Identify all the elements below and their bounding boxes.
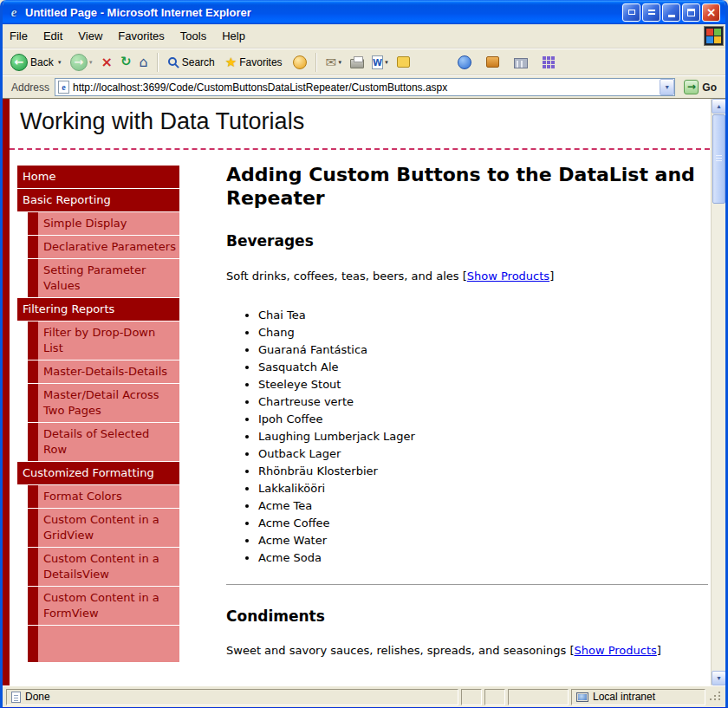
- menu-item-help[interactable]: Help: [222, 29, 245, 42]
- standard-buttons-toolbar: ← Back ▼ → ▼ × ↻ ⌂ Search ★ Favorites ✉ …: [3, 49, 725, 75]
- menu-item-favorites[interactable]: Favorites: [118, 29, 164, 42]
- vertical-scrollbar[interactable]: ▲ ▼: [711, 99, 725, 685]
- back-dropdown-icon: ▼: [57, 60, 62, 65]
- sidebar-item-home[interactable]: Home: [17, 166, 179, 188]
- ie-logo-icon: e: [7, 5, 21, 19]
- product-item: Steeleye Stout: [258, 376, 708, 393]
- sidebar-item-declarative-parameters[interactable]: Declarative Parameters: [28, 236, 179, 258]
- maximize-icon: [687, 9, 695, 16]
- sidebar-item-format-colors[interactable]: Format Colors: [28, 485, 179, 508]
- sidebar-item-simple-display[interactable]: Simple Display: [28, 212, 179, 235]
- show-products-link-condiments[interactable]: Show Products: [574, 644, 656, 657]
- product-item: Ipoh Coffee: [258, 411, 708, 428]
- minimize-button[interactable]: [662, 3, 680, 22]
- browser-window: e Untitled Page - Microsoft Internet Exp…: [0, 0, 728, 708]
- forward-button[interactable]: → ▼: [68, 52, 96, 73]
- product-item: Acme Tea: [258, 497, 708, 515]
- messenger-button[interactable]: [455, 54, 474, 71]
- scroll-down-icon: ▼: [716, 675, 722, 681]
- extra-tool-button-1[interactable]: [484, 55, 502, 69]
- titlebar-extra-button-1[interactable]: [622, 3, 640, 22]
- go-arrow-icon: →: [684, 80, 699, 94]
- product-item: Rhönbräu Klosterbier: [258, 463, 708, 480]
- sidebar-section-filtering-reports[interactable]: Filtering Reports: [17, 298, 179, 321]
- edit-with-word-button[interactable]: W ▼: [369, 54, 392, 71]
- product-item: Sasquatch Ale: [258, 359, 708, 376]
- status-pane-empty-1: [461, 689, 482, 705]
- product-item: Chartreuse verte: [258, 393, 708, 411]
- scroll-down-button[interactable]: ▼: [712, 671, 725, 685]
- menu-item-file[interactable]: File: [10, 29, 28, 42]
- forward-dropdown-icon: ▼: [88, 60, 94, 65]
- extra-tool-button-2[interactable]: [540, 55, 557, 70]
- go-button[interactable]: → Go: [680, 79, 722, 95]
- address-dropdown-button[interactable]: ▼: [660, 79, 674, 95]
- product-item: Lakkalikööri: [258, 480, 708, 497]
- back-button[interactable]: ← Back ▼: [8, 52, 65, 73]
- home-button[interactable]: ⌂: [137, 54, 151, 71]
- sidebar-item-partially-visible[interactable]: [28, 626, 179, 662]
- stop-button[interactable]: ×: [99, 54, 115, 71]
- window-resize-grip[interactable]: [708, 689, 722, 705]
- product-item: Chang: [258, 324, 708, 341]
- menu-bar: File Edit View Favorites Tools Help: [3, 24, 725, 49]
- refresh-button[interactable]: ↻: [118, 54, 134, 70]
- status-message-pane: Done: [6, 689, 458, 705]
- sidebar-item-filter-by-dropdown-list[interactable]: Filter by Drop-Down List: [28, 322, 179, 360]
- product-item: Guaraná Fantástica: [258, 341, 708, 359]
- product-item: Chai Tea: [258, 307, 708, 324]
- sidebar-item-custom-content-gridview[interactable]: Custom Content in a GridView: [28, 509, 179, 547]
- mail-button[interactable]: ✉ ▼: [323, 53, 346, 72]
- print-button[interactable]: [348, 55, 367, 70]
- media-button[interactable]: [290, 54, 309, 71]
- sidebar-item-setting-parameter-values[interactable]: Setting Parameter Values: [28, 259, 179, 297]
- research-button[interactable]: [511, 55, 530, 70]
- header-dashed-rule: [10, 148, 710, 150]
- category-intro-condiments: Sweet and savory sauces, relishes, sprea…: [226, 643, 708, 658]
- close-icon: ×: [706, 6, 717, 18]
- sidebar-item-master-detail-two-pages[interactable]: Master/Detail Across Two Pages: [28, 384, 179, 422]
- product-item: Acme Coffee: [258, 515, 708, 532]
- search-label: Search: [182, 56, 215, 68]
- back-label: Back: [30, 56, 54, 68]
- window-controls: ×: [622, 3, 720, 22]
- folder-tool-icon: [486, 56, 499, 68]
- print-icon: [350, 59, 364, 68]
- sidebar-item-custom-content-detailsview[interactable]: Custom Content in a DetailsView: [28, 548, 179, 586]
- bracket-close: ]: [549, 270, 554, 283]
- menu-item-tools[interactable]: Tools: [180, 29, 206, 42]
- close-button[interactable]: ×: [702, 3, 720, 22]
- address-label: Address: [11, 81, 49, 94]
- media-icon: [293, 55, 307, 69]
- menu-item-view[interactable]: View: [78, 29, 102, 42]
- maximize-button[interactable]: [682, 3, 700, 22]
- scrollbar-thumb[interactable]: [712, 114, 725, 204]
- bracket-close: ]: [657, 644, 661, 657]
- page-favicon: e: [58, 81, 69, 94]
- product-item: Acme Water: [258, 532, 708, 549]
- search-button[interactable]: Search: [165, 55, 220, 70]
- sidebar-section-customized-formatting[interactable]: Customized Formatting: [17, 462, 179, 484]
- category-heading-condiments: Condiments: [226, 607, 708, 625]
- category-intro-beverages: Soft drinks, coffees, teas, beers, and a…: [226, 269, 708, 283]
- refresh-icon: ↻: [120, 55, 132, 68]
- show-products-link-beverages[interactable]: Show Products: [467, 270, 549, 283]
- address-url: http://localhost:3699/Code/CustomButtons…: [73, 81, 656, 94]
- menu-item-edit[interactable]: Edit: [43, 29, 62, 42]
- sidebar-section-basic-reporting[interactable]: Basic Reporting: [17, 189, 179, 211]
- sidebar-item-details-of-selected-row[interactable]: Details of Selected Row: [28, 423, 179, 461]
- sidebar-item-master-details-details[interactable]: Master-Details-Details: [28, 360, 179, 383]
- sidebar-item-custom-content-formview[interactable]: Custom Content in a FormView: [28, 587, 179, 625]
- bracket-open: [: [459, 270, 467, 283]
- address-bar: Address e http://localhost:3699/Code/Cus…: [3, 75, 725, 98]
- scroll-up-button[interactable]: ▲: [712, 99, 725, 114]
- status-text: Done: [25, 691, 50, 703]
- article-title: Adding Custom Buttons to the DataList an…: [226, 163, 708, 210]
- discuss-button[interactable]: [394, 55, 413, 69]
- favorites-button[interactable]: ★ Favorites: [223, 53, 288, 72]
- titlebar-extra-button-2[interactable]: [642, 3, 660, 22]
- mail-icon: ✉: [326, 55, 337, 70]
- discuss-icon: [397, 56, 410, 68]
- address-input[interactable]: e http://localhost:3699/Code/CustomButto…: [55, 78, 675, 96]
- article: Adding Custom Buttons to the DataList an…: [226, 163, 708, 658]
